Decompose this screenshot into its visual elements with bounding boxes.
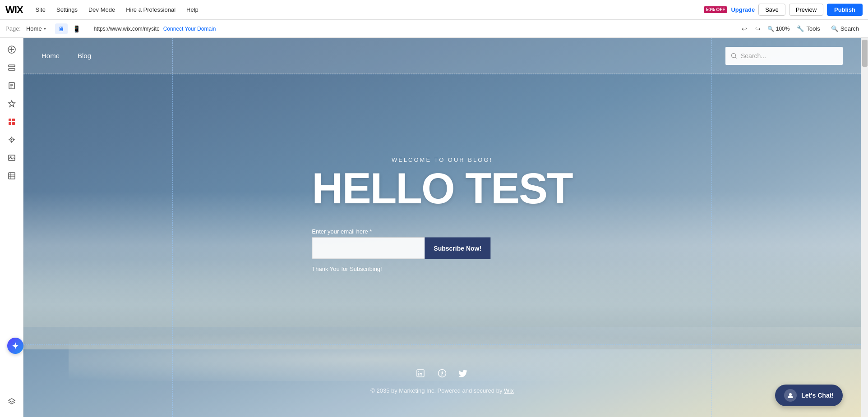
nav-site[interactable]: Site [31, 4, 50, 16]
media-icon[interactable] [4, 150, 20, 166]
connect-domain-link[interactable]: Connect Your Domain [163, 26, 216, 32]
svg-point-14 [11, 139, 12, 141]
sections-icon[interactable] [4, 60, 20, 76]
zoom-indicator[interactable]: 🔍 100% [767, 26, 790, 32]
url-bar: https://www.wix.com/mysite Connect Your … [94, 26, 733, 32]
svg-rect-19 [9, 155, 15, 160]
page-bar: Page: Home ▾ 🖥 📱 https://www.wix.com/mys… [0, 20, 868, 38]
search-icon: 🔍 [831, 25, 838, 32]
desktop-view-button[interactable]: 🖥 [55, 23, 68, 34]
publish-button[interactable]: Publish [827, 4, 863, 16]
svg-rect-9 [9, 119, 11, 121]
zoom-icon: 🔍 [767, 26, 774, 32]
footer-social [416, 369, 468, 380]
tools-label: Tools [806, 25, 820, 32]
undo-button[interactable]: ↩ [739, 23, 750, 35]
badge-50off: 50% OFF [704, 6, 728, 13]
twitter-icon[interactable] [459, 369, 468, 380]
footer-copyright: © 2035 by Marketing Inc. Powered and sec… [370, 387, 513, 394]
linkedin-icon[interactable] [416, 369, 425, 380]
hero-content: WELCOME TO OUR BLOG! HELLO TEST Enter yo… [312, 156, 572, 272]
apps-icon[interactable] [4, 114, 20, 130]
themes-icon[interactable] [4, 96, 20, 112]
lets-chat-label: Let's Chat! [801, 392, 834, 399]
left-sidebar [0, 38, 23, 417]
page-selector[interactable]: Home ▾ [26, 25, 46, 32]
mobile-view-button[interactable]: 📱 [70, 23, 83, 34]
thank-you-text: Thank You for Subscribing! [312, 265, 382, 272]
search-button[interactable]: 🔍 Search [827, 23, 863, 34]
svg-rect-21 [9, 173, 15, 179]
chat-avatar-icon [784, 389, 797, 402]
email-label: Enter your email here * [312, 228, 372, 234]
device-buttons: 🖥 📱 [55, 23, 83, 34]
zoom-value: 100% [776, 26, 790, 32]
hero-title: HELLO TEST [312, 166, 572, 210]
chevron-down-icon: ▾ [44, 26, 46, 31]
toolbar-nav: Site Settings Dev Mode Hire a Profession… [31, 4, 704, 16]
nav-devmode[interactable]: Dev Mode [84, 4, 120, 16]
tools-button[interactable]: 🔧 Tools [793, 23, 823, 34]
layers-icon[interactable] [4, 394, 20, 410]
tools-icon: 🔧 [797, 25, 804, 32]
footer-wix-link[interactable]: Wix [504, 387, 514, 394]
upgrade-button[interactable]: Upgrade [731, 6, 755, 13]
hero-subtitle: WELCOME TO OUR BLOG! [312, 156, 572, 163]
main-layout: Home Blog Search... WELCOME TO OUR BLOG!… [0, 38, 868, 417]
email-row: Subscribe Now! [312, 237, 490, 259]
svg-rect-3 [9, 65, 15, 67]
pages-icon[interactable] [4, 78, 20, 94]
nav-hire[interactable]: Hire a Professional [121, 4, 180, 16]
facebook-icon[interactable] [438, 369, 447, 380]
add-elements-icon[interactable] [4, 41, 20, 58]
page-name: Home [26, 25, 42, 32]
nav-settings[interactable]: Settings [52, 4, 82, 16]
website-canvas: Home Blog Search... WELCOME TO OUR BLOG!… [23, 38, 861, 417]
svg-line-26 [735, 57, 737, 58]
site-footer: © 2035 by Marketing Inc. Powered and sec… [23, 345, 861, 417]
ai-assistant-button[interactable] [7, 338, 23, 354]
site-search-box[interactable]: Search... [725, 47, 843, 65]
save-button[interactable]: Save [758, 4, 785, 16]
site-nav: Home Blog [42, 52, 91, 60]
svg-rect-12 [12, 122, 15, 125]
top-toolbar: WIX Site Settings Dev Mode Hire a Profes… [0, 0, 868, 20]
search-label: Search [840, 25, 859, 32]
site-search-icon [731, 53, 737, 59]
guide-line-h1 [23, 74, 861, 74]
url-text: https://www.wix.com/mysite [94, 26, 160, 32]
preview-button[interactable]: Preview [789, 4, 823, 16]
email-input[interactable] [312, 237, 425, 259]
undo-redo-group: ↩ ↪ [739, 23, 764, 35]
svg-point-29 [418, 371, 419, 372]
canvas-area: Home Blog Search... WELCOME TO OUR BLOG!… [23, 38, 868, 417]
plugins-icon[interactable] [4, 132, 20, 148]
svg-rect-11 [9, 122, 11, 125]
right-scrollbar[interactable] [861, 38, 868, 417]
svg-rect-4 [9, 69, 15, 70]
site-search-placeholder: Search... [741, 52, 766, 60]
page-label: Page: [5, 25, 21, 32]
wix-logo: WIX [5, 4, 23, 16]
email-form: Enter your email here * Subscribe Now! T… [312, 228, 572, 272]
lets-chat-button[interactable]: Let's Chat! [775, 385, 843, 406]
table-icon[interactable] [4, 168, 20, 184]
nav-blog-link[interactable]: Blog [78, 52, 91, 60]
site-header: Home Blog Search... [23, 38, 861, 74]
svg-point-25 [732, 53, 736, 57]
nav-help[interactable]: Help [182, 4, 203, 16]
nav-home-link[interactable]: Home [42, 52, 60, 60]
page-bar-right: ↩ ↪ 🔍 100% 🔧 Tools 🔍 Search [739, 23, 863, 35]
redo-button[interactable]: ↪ [752, 23, 764, 35]
toolbar-right: 50% OFF Upgrade Save Preview Publish [704, 4, 863, 16]
svg-rect-10 [12, 119, 15, 121]
subscribe-button[interactable]: Subscribe Now! [425, 237, 490, 259]
